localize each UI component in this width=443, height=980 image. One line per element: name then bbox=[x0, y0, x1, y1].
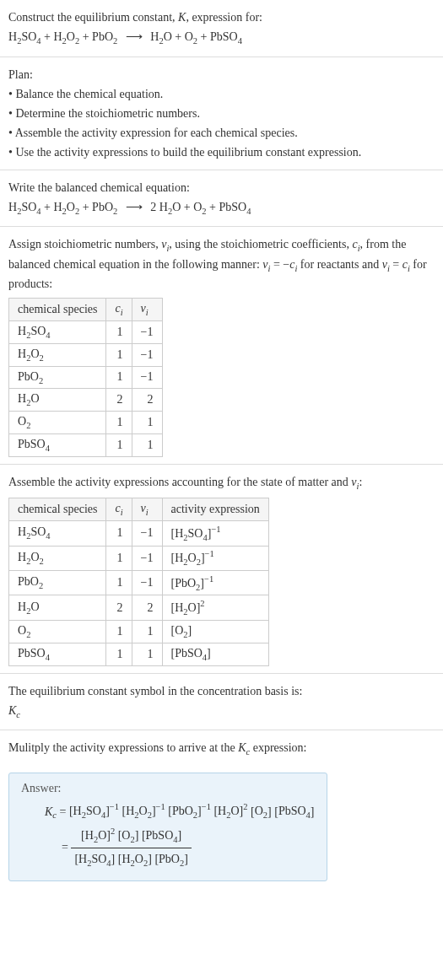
nu-sub: i bbox=[146, 508, 149, 517]
cell-nui: −1 bbox=[132, 343, 162, 366]
col-ci: ci bbox=[106, 299, 132, 321]
cell-ci: 1 bbox=[106, 620, 132, 643]
plan-bullet: • Determine the stoichiometric numbers. bbox=[8, 105, 435, 122]
cell-ci: 2 bbox=[106, 595, 132, 620]
basis-section: The equilibrium constant symbol in the c… bbox=[0, 674, 443, 731]
plan-section: Plan: • Balance the chemical equation. •… bbox=[0, 57, 443, 170]
table-row: H2O21−1 bbox=[9, 343, 163, 366]
cell-ci: 1 bbox=[106, 643, 132, 665]
cell-activity: [H2SO4]−1 bbox=[162, 521, 268, 546]
cell-nui: 1 bbox=[132, 412, 162, 434]
table-row: H2SO41−1 bbox=[9, 320, 163, 343]
table-row: PbSO411[PbSO4] bbox=[9, 643, 269, 665]
balanced-equation: H2SO4 + H2O2 + PbO2 ⟶ 2 H2O + O2 + PbSO4 bbox=[8, 198, 435, 218]
assign-text: Assign stoichiometric numbers, νi, using… bbox=[8, 235, 435, 293]
eq: = − bbox=[270, 258, 289, 271]
c-sub: i bbox=[121, 508, 123, 517]
eq-lhs: H2SO4 + H2O2 + PbO2 bbox=[8, 201, 117, 213]
eq-lhs: H2SO4 + H2O2 + PbO2 bbox=[8, 30, 117, 43]
col-nui: νi bbox=[132, 299, 162, 321]
table-header-row: chemical species ci νi activity expressi… bbox=[9, 498, 269, 521]
answer-label: Answer: bbox=[21, 782, 315, 795]
cell-species: PbSO4 bbox=[9, 643, 106, 665]
cell-species: H2O2 bbox=[9, 546, 106, 570]
eq2: = bbox=[62, 841, 71, 853]
cell-species: PbO2 bbox=[9, 571, 106, 595]
cell-ci: 1 bbox=[106, 412, 132, 434]
txt: expression: bbox=[250, 741, 306, 754]
answer-terms-1: [H2SO4]−1 [H2O2]−1 [PbO2]−1 [H2O]2 [O2] … bbox=[69, 805, 315, 817]
answer-line1: Kc = [H2SO4]−1 [H2O2]−1 [PbO2]−1 [H2O]2 … bbox=[45, 800, 315, 824]
table-row: H2O22[H2O]2 bbox=[9, 595, 269, 620]
col-activity: activity expression bbox=[162, 498, 268, 521]
table-row: PbO21−1 bbox=[9, 366, 163, 389]
cell-ci: 1 bbox=[106, 343, 132, 366]
col-nui: νi bbox=[132, 498, 162, 521]
cell-ci: 1 bbox=[106, 546, 132, 570]
c-sub: i bbox=[121, 308, 123, 317]
cell-species: H2O bbox=[9, 595, 106, 620]
activity-section: Assemble the activity expressions accoun… bbox=[0, 465, 443, 674]
txt: for reactants and bbox=[297, 258, 381, 271]
cell-species: O2 bbox=[9, 620, 106, 643]
intro-post: , expression for: bbox=[186, 11, 262, 24]
cell-nui: −1 bbox=[132, 521, 162, 546]
cell-nui: 1 bbox=[132, 433, 162, 456]
cell-nui: 1 bbox=[132, 620, 162, 643]
cell-species: O2 bbox=[9, 412, 106, 434]
cell-ci: 1 bbox=[106, 320, 132, 343]
cell-species: H2SO4 bbox=[9, 320, 106, 343]
basis-symbol: Kc bbox=[8, 702, 435, 722]
eq-rhs: H2O + O2 + PbSO4 bbox=[150, 30, 242, 43]
txt: : bbox=[359, 476, 362, 488]
intro-line: Construct the equilibrium constant, K, e… bbox=[8, 8, 435, 26]
multiply-text: Mulitply the activity expressions to arr… bbox=[8, 739, 435, 759]
plan-bullet: • Assemble the activity expression for e… bbox=[8, 124, 435, 142]
cell-species: H2SO4 bbox=[9, 521, 106, 546]
eq: = bbox=[57, 805, 69, 817]
table-row: H2O21−1[H2O2]−1 bbox=[9, 546, 269, 570]
cell-activity: [O2] bbox=[162, 620, 268, 643]
arrow-icon: ⟶ bbox=[121, 201, 148, 213]
cell-nui: 2 bbox=[132, 595, 162, 620]
txt: , using the stoichiometric coefficients, bbox=[169, 238, 352, 250]
table-row: O211[O2] bbox=[9, 620, 269, 643]
cell-ci: 1 bbox=[106, 433, 132, 456]
col-species: chemical species bbox=[9, 299, 106, 321]
cell-species: PbO2 bbox=[9, 366, 106, 389]
fraction-denominator: [H2SO4] [H2O2] [PbO2] bbox=[71, 848, 191, 872]
cell-species: H2O2 bbox=[9, 343, 106, 366]
arrow-icon: ⟶ bbox=[121, 30, 148, 43]
cell-nui: −1 bbox=[132, 320, 162, 343]
cell-nui: 1 bbox=[132, 643, 162, 665]
table-row: PbO21−1[PbO2]−1 bbox=[9, 571, 269, 595]
intro-section: Construct the equilibrium constant, K, e… bbox=[0, 0, 443, 57]
cell-nui: −1 bbox=[132, 571, 162, 595]
eq: = bbox=[390, 258, 402, 271]
table-row: H2O22 bbox=[9, 389, 163, 412]
assign-section: Assign stoichiometric numbers, νi, using… bbox=[0, 227, 443, 465]
K-sub: c bbox=[16, 709, 20, 719]
plan-heading: Plan: bbox=[8, 66, 435, 83]
cell-activity: [H2O2]−1 bbox=[162, 546, 268, 570]
txt: Mulitply the activity expressions to arr… bbox=[8, 741, 238, 754]
intro-K: K bbox=[178, 11, 186, 24]
K: K bbox=[8, 704, 16, 717]
table-header-row: chemical species ci νi bbox=[9, 299, 163, 321]
activity-heading: Assemble the activity expressions accoun… bbox=[8, 473, 435, 493]
cell-nui: −1 bbox=[132, 546, 162, 570]
intro-equation: H2SO4 + H2O2 + PbO2 ⟶ H2O + O2 + PbSO4 bbox=[8, 28, 435, 48]
cell-ci: 2 bbox=[106, 389, 132, 412]
plan-bullet: • Balance the chemical equation. bbox=[8, 85, 435, 103]
answer-line2: = [H2O]2 [O2] [PbSO4] [H2SO4] [H2O2] [Pb… bbox=[62, 824, 315, 872]
txt: Assemble the activity expressions accoun… bbox=[8, 476, 351, 488]
fraction: [H2O]2 [O2] [PbSO4] [H2SO4] [H2O2] [PbO2… bbox=[71, 824, 191, 872]
cell-nui: 2 bbox=[132, 389, 162, 412]
table-row: PbSO411 bbox=[9, 433, 163, 456]
cell-nui: −1 bbox=[132, 366, 162, 389]
table-row: H2SO41−1[H2SO4]−1 bbox=[9, 521, 269, 546]
cell-species: H2O bbox=[9, 389, 106, 412]
cell-activity: [H2O]2 bbox=[162, 595, 268, 620]
K: K bbox=[45, 805, 52, 817]
K: K bbox=[238, 741, 246, 754]
